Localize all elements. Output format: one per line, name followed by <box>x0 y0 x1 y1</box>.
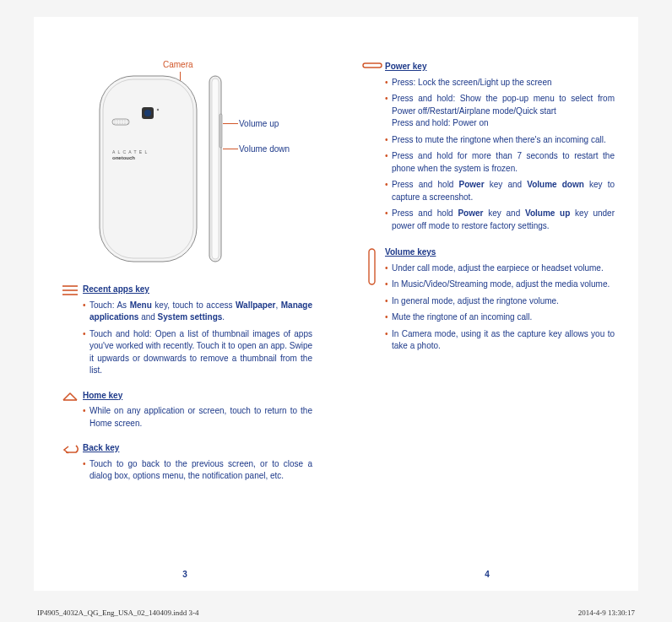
svg-rect-25 <box>363 63 382 68</box>
svg-point-9 <box>122 121 123 122</box>
brand-text-1: A L C A T E L <box>112 149 148 154</box>
power-bullet-1: Press: Lock the screen/Light up the scre… <box>385 77 615 89</box>
home-bullet-1: While on any application or screen, touc… <box>83 405 312 430</box>
section-power-key: Power key Press: Lock the screen/Light u… <box>360 61 615 236</box>
svg-point-10 <box>125 121 126 122</box>
section-volume-keys: Volume keys Under call mode, adjust the … <box>360 246 615 357</box>
volume-keys-title: Volume keys <box>385 246 615 259</box>
page-3: Camera Volume up Volume down <box>34 17 336 591</box>
svg-point-12 <box>115 123 116 124</box>
power-bullet-3: Press to mute the ringtone when there's … <box>385 134 615 147</box>
menu-icon <box>57 284 83 381</box>
section-recent-apps: Recent apps key Touch: As Menu key, touc… <box>57 284 312 381</box>
page-number-right: 4 <box>336 569 638 581</box>
power-bullet-6: Press and hold Power key and Volume up k… <box>385 208 615 232</box>
home-key-title: Home key <box>83 390 312 403</box>
svg-point-6 <box>115 121 116 122</box>
section-home-key: Home key While on any application or scr… <box>57 390 312 435</box>
svg-rect-26 <box>369 249 375 284</box>
home-icon <box>57 390 83 435</box>
svg-rect-0 <box>100 76 197 262</box>
volume-bullet-1: Under call mode, adjust the earpiece or … <box>385 262 615 275</box>
power-bullet-2: Press and hold: Show the pop-up menu to … <box>385 93 615 130</box>
svg-point-7 <box>117 121 118 122</box>
svg-point-17 <box>127 123 128 124</box>
svg-point-13 <box>117 123 118 124</box>
footer-file: IP4905_4032A_QG_Eng_USA_02_140409.indd 3… <box>37 608 199 617</box>
back-key-title: Back key <box>83 442 312 455</box>
volume-bullet-3: In general mode, adjust the ringtone vol… <box>385 295 615 308</box>
recent-bullet-1: Touch: As Menu key, touch to access Wall… <box>83 300 312 324</box>
volume-bullet-2: In Music/Video/Streaming mode, adjust th… <box>385 279 615 291</box>
section-back-key: Back key Touch to go back to the previou… <box>57 442 312 487</box>
back-icon <box>57 442 83 487</box>
page-4: Power key Press: Lock the screen/Light u… <box>336 17 638 591</box>
power-bullet-5: Press and hold Power key and Volume down… <box>385 179 615 203</box>
brand-text-2: onetouch <box>112 155 135 160</box>
recent-apps-title: Recent apps key <box>83 284 312 296</box>
svg-rect-20 <box>219 114 222 148</box>
volume-rocker-icon <box>360 246 385 357</box>
volume-up-label: Volume up <box>239 118 279 131</box>
page-number-left: 3 <box>34 569 336 581</box>
volume-bullet-5: In Camera mode, using it as the capture … <box>385 328 615 353</box>
svg-rect-19 <box>212 78 219 259</box>
camera-label: Camera <box>163 59 193 72</box>
svg-point-11 <box>127 121 128 122</box>
phone-illustration: A L C A T E L onetouch <box>91 72 226 270</box>
power-button-icon <box>360 61 385 236</box>
svg-point-8 <box>120 121 121 122</box>
phone-diagram: Camera Volume up Volume down <box>57 51 312 270</box>
power-key-title: Power key <box>385 61 615 73</box>
page-spread: Camera Volume up Volume down <box>34 17 638 591</box>
footer-date: 2014-4-9 13:30:17 <box>578 608 635 617</box>
svg-point-4 <box>157 109 159 111</box>
volume-bullet-4: Mute the ringtone of an incoming call. <box>385 311 615 324</box>
svg-point-16 <box>125 123 126 124</box>
svg-point-15 <box>122 123 123 124</box>
svg-point-3 <box>144 110 151 116</box>
power-bullet-4: Press and hold for more than 7 seconds t… <box>385 150 615 175</box>
volume-down-label: Volume down <box>239 143 290 156</box>
print-footer: IP4905_4032A_QG_Eng_USA_02_140409.indd 3… <box>34 608 638 617</box>
back-bullet-1: Touch to go back to the previous screen,… <box>83 458 312 483</box>
recent-bullet-2: Touch and hold: Open a list of thumbnail… <box>83 328 312 377</box>
svg-point-14 <box>120 123 121 124</box>
